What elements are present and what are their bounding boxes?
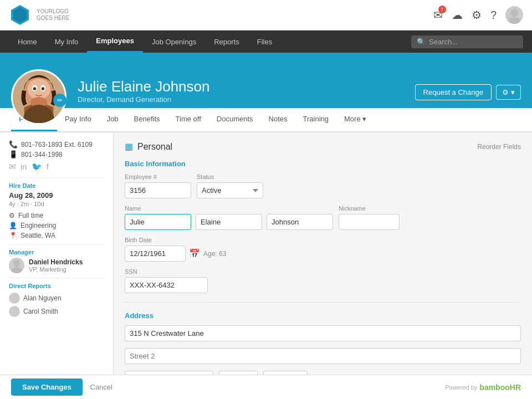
direct-reports-section: Direct Reports Alan Nguyen Carol Smith xyxy=(9,283,104,317)
nav-home[interactable]: Home xyxy=(9,30,46,53)
nav-myinfo[interactable]: My Info xyxy=(46,30,88,53)
nav-files[interactable]: Files xyxy=(248,30,281,53)
facebook-icon[interactable]: f xyxy=(47,162,49,172)
tab-more[interactable]: More ▾ xyxy=(336,108,374,131)
linkedin-icon[interactable]: in xyxy=(21,162,27,172)
svg-point-6 xyxy=(27,79,50,100)
notification-badge: 7 xyxy=(438,6,446,13)
status-group: Status Active xyxy=(197,173,263,198)
svg-point-12 xyxy=(42,87,45,90)
section-title: ▦ Personal xyxy=(125,141,172,152)
direct-reports-label: Direct Reports xyxy=(9,283,104,289)
middle-name-input[interactable] xyxy=(196,214,262,230)
profile-title: Director, Demand Generation xyxy=(78,95,415,104)
tab-documents[interactable]: Documents xyxy=(209,108,261,131)
employment-type-row: ⚙ Full time xyxy=(9,212,104,219)
save-changes-button[interactable]: Save Changes xyxy=(11,378,83,396)
search-input[interactable] xyxy=(429,38,518,46)
tabs-bar: Personal Pay Info Job Benefits Time off … xyxy=(0,108,532,132)
cancel-button[interactable]: Cancel xyxy=(90,383,112,391)
calendar-button[interactable]: 📅 xyxy=(189,248,200,259)
ssn-row: SSN xyxy=(125,268,521,293)
form-area: ▦ Personal Reorder Fields Basic Informat… xyxy=(114,132,532,399)
basic-info-label: Basic Information xyxy=(125,160,521,168)
phone-icon: 📞 xyxy=(9,140,18,149)
tab-job[interactable]: Job xyxy=(99,108,126,131)
manager-avatar xyxy=(9,258,24,273)
gear-chevron-icon: ▾ xyxy=(511,88,515,96)
employment-icon: ⚙ xyxy=(9,212,15,219)
address-label: Address xyxy=(125,311,521,320)
nav-jobopenings[interactable]: Job Openings xyxy=(143,30,205,53)
street2-group xyxy=(125,348,521,364)
mobile-item: 📱 801-344-1998 xyxy=(9,150,104,158)
notifications-button[interactable]: ✉ 7 xyxy=(433,8,443,22)
social-icons: ✉ in 🐦 f xyxy=(9,162,104,172)
name-label: Name xyxy=(125,205,333,212)
nav-employees[interactable]: Employees xyxy=(87,30,143,53)
name-row: Name Nickname xyxy=(125,205,521,230)
svg-point-14 xyxy=(11,267,22,273)
top-bar: YOURLOGO GOES HERE ✉ 7 ☁ ⚙ ? xyxy=(0,0,532,30)
personal-section-icon: ▦ xyxy=(125,141,133,152)
main-content: ▦ Personal Reorder Fields Basic Informat… xyxy=(114,132,532,399)
settings-button[interactable]: ⚙ xyxy=(472,8,482,22)
search-icon: 🔍 xyxy=(417,38,426,46)
ssn-input[interactable] xyxy=(125,277,208,293)
profile-info: Julie Elaine Johnson Director, Demand Ge… xyxy=(78,78,415,108)
more-chevron-icon: ▾ xyxy=(362,115,366,123)
tab-timeoff[interactable]: Time off xyxy=(168,108,209,131)
location-icon: 📍 xyxy=(9,232,17,239)
section-header: ▦ Personal Reorder Fields xyxy=(125,141,521,152)
street2-input[interactable] xyxy=(125,348,521,364)
street1-row xyxy=(125,325,521,341)
last-name-input[interactable] xyxy=(267,214,333,230)
nav-reports[interactable]: Reports xyxy=(205,30,248,53)
bottom-actions: Save Changes Cancel xyxy=(11,378,112,396)
name-fields xyxy=(125,214,333,230)
department-icon: 👤 xyxy=(9,222,17,229)
top-icons: ✉ 7 ☁ ⚙ ? xyxy=(433,6,523,24)
location-row: 📍 Seattle, WA xyxy=(9,232,104,239)
tab-training[interactable]: Training xyxy=(295,108,336,131)
request-change-button[interactable]: Request a Change xyxy=(415,84,492,100)
profile-name: Julie Elaine Johnson xyxy=(78,78,415,95)
first-name-input[interactable] xyxy=(125,214,191,230)
street1-input[interactable] xyxy=(125,325,521,341)
tab-benefits[interactable]: Benefits xyxy=(126,108,168,131)
edit-photo-button[interactable]: ✏ xyxy=(53,94,66,107)
gear-dropdown-button[interactable]: ⚙ ▾ xyxy=(496,85,521,100)
sidebar: 📞 801-763-1893 Ext. 6109 📱 801-344-1998 … xyxy=(0,132,114,399)
cloud-button[interactable]: ☁ xyxy=(452,8,463,22)
manager-section: Manager Daniel Hendricks VP, Marketing xyxy=(9,249,104,273)
direct-report-item-2: Carol Smith xyxy=(9,306,104,317)
contact-info: 📞 801-763-1893 Ext. 6109 📱 801-344-1998 … xyxy=(9,140,104,172)
section-divider xyxy=(125,302,521,303)
street2-row xyxy=(125,348,521,364)
dr-avatar-2 xyxy=(9,306,20,317)
twitter-icon[interactable]: 🐦 xyxy=(32,162,42,172)
svg-point-11 xyxy=(33,87,37,90)
help-button[interactable]: ? xyxy=(490,9,497,22)
reorder-fields-button[interactable]: Reorder Fields xyxy=(477,143,521,151)
divider-1 xyxy=(9,177,104,178)
manager-row: Daniel Hendricks VP, Marketing xyxy=(9,258,104,273)
tab-notes[interactable]: Notes xyxy=(261,108,295,131)
employee-num-input[interactable] xyxy=(125,182,191,198)
nickname-input[interactable] xyxy=(339,214,400,230)
email-social-icon[interactable]: ✉ xyxy=(9,162,16,172)
logo-text: YOURLOGO GOES HERE xyxy=(37,8,69,22)
divider-3 xyxy=(9,278,104,278)
gear-icon: ⚙ xyxy=(502,88,509,96)
logo-area: YOURLOGO GOES HERE xyxy=(9,4,69,26)
nav-bar: Home My Info Employees Job Openings Repo… xyxy=(0,30,532,53)
ssn-group: SSN xyxy=(125,268,208,293)
profile-actions: Request a Change ⚙ ▾ xyxy=(415,84,521,108)
divider-2 xyxy=(9,244,104,244)
street1-group xyxy=(125,325,521,341)
user-avatar[interactable] xyxy=(505,6,523,24)
birthdate-input[interactable] xyxy=(125,245,186,262)
nickname-group: Nickname xyxy=(339,205,400,230)
status-select[interactable]: Active xyxy=(197,182,263,198)
profile-header: ✏ Julie Elaine Johnson Director, Demand … xyxy=(0,53,532,108)
